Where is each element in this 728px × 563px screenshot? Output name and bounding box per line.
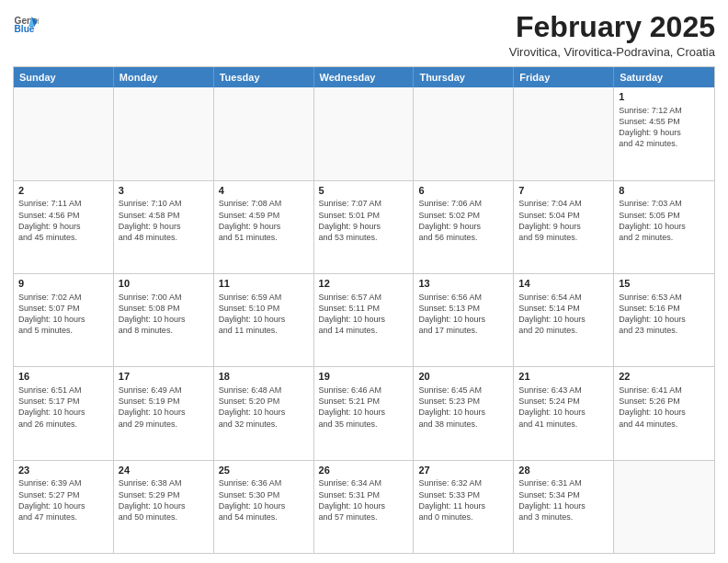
header-wednesday: Wednesday bbox=[314, 67, 415, 87]
month-title: February 2025 bbox=[509, 11, 715, 43]
day-number: 25 bbox=[219, 464, 309, 477]
day-number: 18 bbox=[219, 370, 309, 384]
day-info: Sunrise: 6:45 AM Sunset: 5:23 PM Dayligh… bbox=[418, 385, 508, 430]
title-block: February 2025 Virovitica, Virovitica-Pod… bbox=[509, 11, 715, 59]
calendar-cell-1-7: 1Sunrise: 7:12 AM Sunset: 4:55 PM Daylig… bbox=[614, 87, 714, 179]
page: General Blue February 2025 Virovitica, V… bbox=[0, 0, 728, 563]
day-number: 21 bbox=[518, 370, 609, 384]
calendar-row-2: 2Sunrise: 7:11 AM Sunset: 4:56 PM Daylig… bbox=[14, 180, 714, 273]
day-number: 20 bbox=[418, 370, 508, 384]
day-info: Sunrise: 7:00 AM Sunset: 5:08 PM Dayligh… bbox=[119, 292, 209, 337]
calendar-cell-2-3: 4Sunrise: 7:08 AM Sunset: 4:59 PM Daylig… bbox=[214, 181, 314, 273]
calendar-cell-1-2 bbox=[114, 87, 214, 179]
day-info: Sunrise: 6:43 AM Sunset: 5:24 PM Dayligh… bbox=[518, 385, 609, 430]
calendar-cell-5-6: 28Sunrise: 6:31 AM Sunset: 5:34 PM Dayli… bbox=[514, 461, 614, 553]
day-number: 4 bbox=[219, 184, 309, 198]
day-info: Sunrise: 7:03 AM Sunset: 5:05 PM Dayligh… bbox=[619, 198, 710, 243]
header-sunday: Sunday bbox=[14, 67, 114, 87]
day-number: 8 bbox=[619, 184, 710, 198]
calendar: Sunday Monday Tuesday Wednesday Thursday… bbox=[13, 66, 715, 554]
day-number: 6 bbox=[418, 184, 508, 198]
day-info: Sunrise: 7:02 AM Sunset: 5:07 PM Dayligh… bbox=[18, 292, 108, 337]
day-number: 13 bbox=[418, 277, 508, 291]
calendar-cell-4-4: 19Sunrise: 6:46 AM Sunset: 5:21 PM Dayli… bbox=[314, 367, 415, 459]
logo: General Blue bbox=[13, 11, 39, 37]
calendar-cell-3-5: 13Sunrise: 6:56 AM Sunset: 5:13 PM Dayli… bbox=[414, 274, 514, 366]
day-number: 3 bbox=[119, 184, 209, 198]
day-info: Sunrise: 7:10 AM Sunset: 4:58 PM Dayligh… bbox=[119, 198, 209, 243]
calendar-cell-2-6: 7Sunrise: 7:04 AM Sunset: 5:04 PM Daylig… bbox=[514, 181, 614, 273]
day-number: 14 bbox=[518, 277, 609, 291]
header-monday: Monday bbox=[114, 67, 214, 87]
day-info: Sunrise: 6:49 AM Sunset: 5:19 PM Dayligh… bbox=[119, 385, 209, 430]
day-info: Sunrise: 6:41 AM Sunset: 5:26 PM Dayligh… bbox=[619, 385, 710, 430]
day-info: Sunrise: 6:56 AM Sunset: 5:13 PM Dayligh… bbox=[418, 292, 508, 337]
day-info: Sunrise: 6:38 AM Sunset: 5:29 PM Dayligh… bbox=[119, 477, 209, 523]
day-number: 26 bbox=[319, 464, 409, 477]
day-number: 2 bbox=[18, 184, 108, 198]
calendar-body: 1Sunrise: 7:12 AM Sunset: 4:55 PM Daylig… bbox=[14, 87, 714, 553]
day-info: Sunrise: 7:11 AM Sunset: 4:56 PM Dayligh… bbox=[18, 198, 108, 243]
day-info: Sunrise: 6:34 AM Sunset: 5:31 PM Dayligh… bbox=[319, 477, 409, 523]
calendar-cell-4-7: 22Sunrise: 6:41 AM Sunset: 5:26 PM Dayli… bbox=[614, 367, 714, 459]
calendar-cell-3-7: 15Sunrise: 6:53 AM Sunset: 5:16 PM Dayli… bbox=[614, 274, 714, 366]
calendar-cell-2-4: 5Sunrise: 7:07 AM Sunset: 5:01 PM Daylig… bbox=[314, 181, 415, 273]
day-info: Sunrise: 7:04 AM Sunset: 5:04 PM Dayligh… bbox=[518, 198, 609, 243]
day-number: 23 bbox=[18, 464, 108, 477]
calendar-cell-5-2: 24Sunrise: 6:38 AM Sunset: 5:29 PM Dayli… bbox=[114, 461, 214, 553]
calendar-cell-5-4: 26Sunrise: 6:34 AM Sunset: 5:31 PM Dayli… bbox=[314, 461, 415, 553]
calendar-cell-1-3 bbox=[214, 87, 314, 179]
day-number: 28 bbox=[518, 464, 609, 477]
day-info: Sunrise: 6:59 AM Sunset: 5:10 PM Dayligh… bbox=[219, 292, 309, 337]
calendar-cell-5-7 bbox=[614, 461, 714, 553]
calendar-cell-2-2: 3Sunrise: 7:10 AM Sunset: 4:58 PM Daylig… bbox=[114, 181, 214, 273]
day-info: Sunrise: 6:48 AM Sunset: 5:20 PM Dayligh… bbox=[219, 385, 309, 430]
calendar-cell-3-6: 14Sunrise: 6:54 AM Sunset: 5:14 PM Dayli… bbox=[514, 274, 614, 366]
day-number: 24 bbox=[119, 464, 209, 477]
header: General Blue February 2025 Virovitica, V… bbox=[13, 11, 715, 59]
calendar-cell-3-3: 11Sunrise: 6:59 AM Sunset: 5:10 PM Dayli… bbox=[214, 274, 314, 366]
location-title: Virovitica, Virovitica-Podravina, Croati… bbox=[509, 45, 715, 59]
header-saturday: Saturday bbox=[614, 67, 714, 87]
day-number: 15 bbox=[619, 277, 710, 291]
day-info: Sunrise: 6:32 AM Sunset: 5:33 PM Dayligh… bbox=[418, 477, 508, 523]
day-info: Sunrise: 7:06 AM Sunset: 5:02 PM Dayligh… bbox=[418, 198, 508, 243]
day-info: Sunrise: 6:31 AM Sunset: 5:34 PM Dayligh… bbox=[518, 477, 609, 523]
day-info: Sunrise: 7:12 AM Sunset: 4:55 PM Dayligh… bbox=[619, 105, 710, 150]
calendar-cell-4-6: 21Sunrise: 6:43 AM Sunset: 5:24 PM Dayli… bbox=[514, 367, 614, 459]
calendar-header: Sunday Monday Tuesday Wednesday Thursday… bbox=[14, 67, 714, 87]
calendar-cell-2-1: 2Sunrise: 7:11 AM Sunset: 4:56 PM Daylig… bbox=[14, 181, 114, 273]
calendar-cell-4-3: 18Sunrise: 6:48 AM Sunset: 5:20 PM Dayli… bbox=[214, 367, 314, 459]
calendar-cell-5-3: 25Sunrise: 6:36 AM Sunset: 5:30 PM Dayli… bbox=[214, 461, 314, 553]
calendar-cell-4-2: 17Sunrise: 6:49 AM Sunset: 5:19 PM Dayli… bbox=[114, 367, 214, 459]
calendar-row-5: 23Sunrise: 6:39 AM Sunset: 5:27 PM Dayli… bbox=[14, 460, 714, 553]
day-info: Sunrise: 7:08 AM Sunset: 4:59 PM Dayligh… bbox=[219, 198, 309, 243]
calendar-row-1: 1Sunrise: 7:12 AM Sunset: 4:55 PM Daylig… bbox=[14, 87, 714, 179]
calendar-cell-3-1: 9Sunrise: 7:02 AM Sunset: 5:07 PM Daylig… bbox=[14, 274, 114, 366]
calendar-cell-1-5 bbox=[414, 87, 514, 179]
calendar-cell-3-4: 12Sunrise: 6:57 AM Sunset: 5:11 PM Dayli… bbox=[314, 274, 415, 366]
calendar-cell-2-5: 6Sunrise: 7:06 AM Sunset: 5:02 PM Daylig… bbox=[414, 181, 514, 273]
calendar-row-4: 16Sunrise: 6:51 AM Sunset: 5:17 PM Dayli… bbox=[14, 366, 714, 459]
day-number: 27 bbox=[418, 464, 508, 477]
day-number: 16 bbox=[18, 370, 108, 384]
day-info: Sunrise: 6:54 AM Sunset: 5:14 PM Dayligh… bbox=[518, 292, 609, 337]
day-number: 5 bbox=[319, 184, 409, 198]
calendar-cell-5-5: 27Sunrise: 6:32 AM Sunset: 5:33 PM Dayli… bbox=[414, 461, 514, 553]
day-number: 11 bbox=[219, 277, 309, 291]
day-number: 22 bbox=[619, 370, 710, 384]
day-info: Sunrise: 6:51 AM Sunset: 5:17 PM Dayligh… bbox=[18, 385, 108, 430]
calendar-cell-1-6 bbox=[514, 87, 614, 179]
calendar-cell-5-1: 23Sunrise: 6:39 AM Sunset: 5:27 PM Dayli… bbox=[14, 461, 114, 553]
day-info: Sunrise: 6:53 AM Sunset: 5:16 PM Dayligh… bbox=[619, 292, 710, 337]
calendar-cell-1-4 bbox=[314, 87, 415, 179]
day-number: 17 bbox=[119, 370, 209, 384]
header-thursday: Thursday bbox=[414, 67, 514, 87]
day-info: Sunrise: 6:39 AM Sunset: 5:27 PM Dayligh… bbox=[18, 477, 108, 523]
day-number: 19 bbox=[319, 370, 409, 384]
day-info: Sunrise: 6:36 AM Sunset: 5:30 PM Dayligh… bbox=[219, 477, 309, 523]
calendar-row-3: 9Sunrise: 7:02 AM Sunset: 5:07 PM Daylig… bbox=[14, 273, 714, 366]
day-number: 12 bbox=[319, 277, 409, 291]
day-number: 9 bbox=[18, 277, 108, 291]
day-number: 1 bbox=[619, 90, 710, 104]
